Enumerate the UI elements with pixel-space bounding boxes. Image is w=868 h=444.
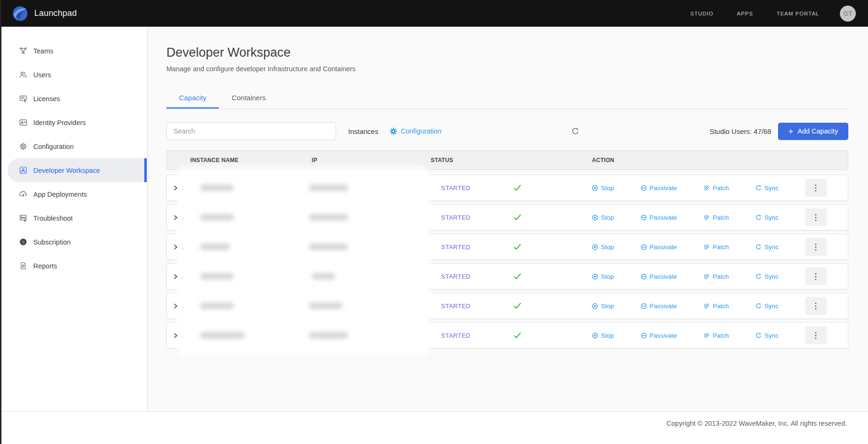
passivate-action[interactable]: Passivate xyxy=(641,273,677,280)
user-avatar[interactable]: GT xyxy=(840,6,856,22)
nav-studio[interactable]: STUDIO xyxy=(690,11,713,16)
sidebar-item-licenses[interactable]: Licenses xyxy=(0,87,147,111)
sidebar-item-label: Configuration xyxy=(33,143,74,150)
table-body: .. STARTED xyxy=(166,175,848,348)
patch-action[interactable]: Patch xyxy=(703,273,729,280)
sync-action-label: Sync xyxy=(764,332,778,339)
sync-action[interactable]: Sync xyxy=(756,214,778,221)
kebab-icon xyxy=(815,214,816,215)
sync-action[interactable]: Sync xyxy=(756,244,778,251)
logo[interactable]: Launchpad xyxy=(12,6,77,22)
stop-action[interactable]: Stop xyxy=(592,244,614,251)
passivate-action[interactable]: Passivate xyxy=(641,244,677,251)
redacted-name-ip-overlay xyxy=(181,171,425,205)
nav-team-portal[interactable]: TEAM PORTAL xyxy=(777,11,819,16)
sidebar-item-troubleshoot[interactable]: Troubleshoot xyxy=(0,206,147,230)
passivate-action[interactable]: Passivate xyxy=(641,214,677,221)
instances-label: Instances xyxy=(348,127,378,135)
patch-action[interactable]: Patch xyxy=(703,185,729,192)
nav-apps[interactable]: APPS xyxy=(737,11,753,16)
row-menu-button[interactable] xyxy=(805,179,827,197)
sidebar-item-identity-providers[interactable]: Identity Providers xyxy=(0,111,147,134)
patch-action-label: Patch xyxy=(712,214,729,221)
expand-row-button[interactable] xyxy=(172,302,180,310)
stop-icon xyxy=(592,244,598,250)
tab-containers[interactable]: Containers xyxy=(219,87,278,109)
expand-row-button[interactable] xyxy=(172,184,180,192)
redacted-ip xyxy=(309,185,348,191)
sidebar-item-configuration[interactable]: Configuration xyxy=(0,134,147,158)
header-nav: STUDIO APPS TEAM PORTAL GT xyxy=(690,6,856,22)
patch-action[interactable]: Patch xyxy=(703,303,729,310)
patch-action[interactable]: Patch xyxy=(703,244,729,251)
capacity-table: INSTANCE NAME IP STATUS ACTION xyxy=(166,150,848,348)
stop-action-label: Stop xyxy=(601,244,614,251)
passivate-icon xyxy=(641,185,647,191)
patch-action-label: Patch xyxy=(712,244,729,251)
identity-providers-icon xyxy=(19,118,28,127)
redacted-instance-name xyxy=(200,214,234,221)
sidebar-item-subscription[interactable]: $ Subscription xyxy=(0,230,147,254)
expand-row-button[interactable] xyxy=(172,332,180,340)
row-actions-cell: Stop Passivate xyxy=(590,267,848,285)
row-actions-cell: Stop Passivate xyxy=(590,208,848,226)
passivate-action[interactable]: Passivate xyxy=(641,332,677,339)
passivate-action[interactable]: Passivate xyxy=(641,303,677,310)
column-ip: IP xyxy=(307,157,426,163)
sidebar-item-developer-workspace[interactable]: Developer Workspace xyxy=(7,158,147,182)
expand-row-button[interactable] xyxy=(172,243,180,251)
tab-capacity[interactable]: Capacity xyxy=(166,87,219,109)
redacted-instance-name xyxy=(200,273,234,280)
sync-action-label: Sync xyxy=(764,273,778,280)
sync-action[interactable]: Sync xyxy=(756,303,778,310)
sidebar: Teams Users Licenses xyxy=(0,27,147,411)
refresh-button[interactable] xyxy=(569,126,581,137)
add-capacity-button[interactable]: + Add Capacity xyxy=(778,123,848,140)
row-status-cell: STARTED xyxy=(426,332,590,339)
search-input[interactable] xyxy=(166,122,336,140)
redacted-ip xyxy=(312,273,335,280)
row-menu-button[interactable] xyxy=(805,326,827,344)
patch-action[interactable]: Patch xyxy=(703,214,729,221)
row-expand-cell: .. xyxy=(167,273,186,281)
copyright-text: Copyright © 2013-2022 WaveMaker, Inc. Al… xyxy=(666,420,847,427)
patch-icon xyxy=(703,244,710,250)
sync-action[interactable]: Sync xyxy=(756,332,778,339)
redacted-text-prefix: .. xyxy=(181,244,185,250)
stop-action[interactable]: Stop xyxy=(592,273,614,280)
patch-action-label: Patch xyxy=(712,273,729,280)
row-menu-button[interactable] xyxy=(805,297,827,315)
configuration-link[interactable]: Configuration xyxy=(389,127,441,135)
sidebar-item-label: Subscription xyxy=(33,238,71,246)
stop-action[interactable]: Stop xyxy=(592,214,614,221)
sidebar-item-users[interactable]: Users xyxy=(0,63,147,87)
expand-row-button[interactable] xyxy=(172,214,180,222)
row-menu-button[interactable] xyxy=(805,238,827,256)
passivate-action-label: Passivate xyxy=(650,214,677,221)
row-menu-button[interactable] xyxy=(805,267,827,285)
stop-action-label: Stop xyxy=(601,303,614,310)
expand-row-button[interactable] xyxy=(172,273,180,281)
stop-action[interactable]: Stop xyxy=(592,332,614,339)
sidebar-item-app-deployments[interactable]: App Deployments xyxy=(0,182,147,206)
chevron-right-icon xyxy=(172,215,179,221)
passivate-action[interactable]: Passivate xyxy=(641,185,677,192)
app-deployments-icon xyxy=(19,190,28,199)
studio-users-count: Studio Users: 47/68 xyxy=(710,127,771,135)
redacted-name-ip-overlay xyxy=(181,259,425,293)
sync-action[interactable]: Sync xyxy=(756,273,778,280)
sync-action[interactable]: Sync xyxy=(756,185,778,192)
row-expand-cell: .. xyxy=(167,214,186,222)
sync-icon xyxy=(756,244,762,250)
status-badge: STARTED xyxy=(441,303,514,310)
row-menu-button[interactable] xyxy=(805,208,827,226)
sidebar-item-reports[interactable]: Reports xyxy=(0,254,147,278)
table-row: .. STARTED xyxy=(166,322,848,348)
stop-action[interactable]: Stop xyxy=(592,303,614,310)
patch-action[interactable]: Patch xyxy=(703,332,729,339)
sidebar-item-teams[interactable]: Teams xyxy=(0,39,147,63)
sidebar-item-label: Identity Providers xyxy=(33,119,86,126)
teams-icon xyxy=(19,46,28,55)
stop-action[interactable]: Stop xyxy=(592,185,614,192)
redacted-name-ip-overlay xyxy=(181,230,425,264)
